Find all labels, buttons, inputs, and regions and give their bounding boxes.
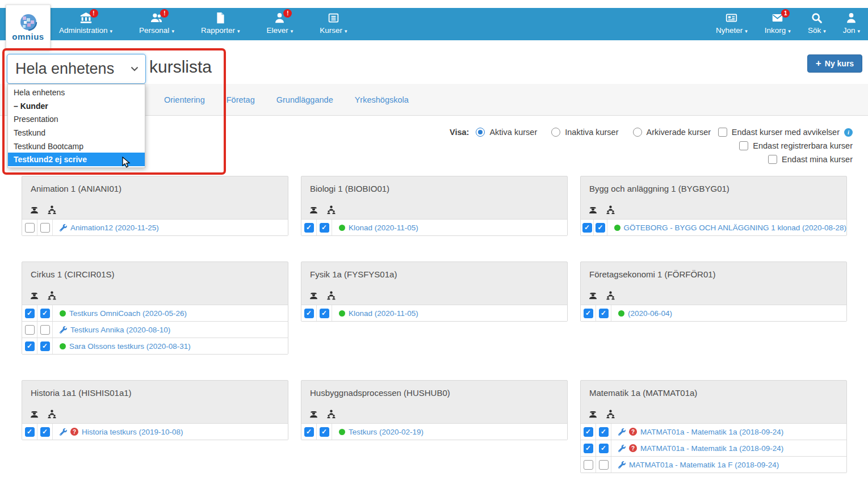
omnius-logo[interactable]: omnius (6, 5, 51, 50)
radio-label: Arkiverade kurser (647, 128, 711, 137)
coach-checkbox[interactable] (584, 309, 593, 318)
nav-item-jon[interactable]: Jon▾ (843, 12, 860, 35)
tab-yrkeshögskola[interactable]: Yrkeshögskola (355, 95, 409, 104)
students-checkbox[interactable] (596, 223, 605, 233)
chevron-down-icon (131, 66, 139, 71)
coach-checkbox[interactable] (25, 427, 35, 437)
students-checkbox[interactable] (40, 223, 50, 233)
course-row: Sara Olssons testkurs (2020-08-31) (22, 338, 288, 354)
radio-inaktiva-kurser[interactable]: Inaktiva kurser (551, 128, 618, 137)
tab-grundläggande[interactable]: Grundläggande (276, 95, 333, 104)
coach-checkbox[interactable] (582, 223, 592, 233)
nav-item-personal[interactable]: !Personal▾ (139, 12, 174, 35)
students-checkbox[interactable] (599, 444, 609, 453)
course-link[interactable]: Testkurs (2020-02-19) (349, 428, 423, 436)
course-link[interactable]: GÖTEBORG - BYGG OCH ANLÄGGNING 1 klonad … (624, 223, 846, 232)
checkbox[interactable] (718, 128, 727, 137)
students-checkbox[interactable] (599, 427, 609, 437)
students-icon (47, 409, 57, 419)
radio-label: Inaktiva kurser (565, 128, 618, 137)
course-link[interactable]: Testkurs OmniCoach (2020-05-26) (69, 309, 187, 318)
radio-arkiverade-kurser[interactable]: Arkiverade kurser (633, 128, 711, 137)
question-warning-icon: ? (629, 428, 637, 436)
mail-icon: 1 (771, 12, 783, 24)
students-checkbox[interactable] (320, 309, 329, 318)
course-link[interactable]: (2020-06-04) (628, 309, 672, 318)
radio-button[interactable] (551, 128, 560, 137)
checkbox-cell (37, 322, 53, 338)
info-icon[interactable]: i (844, 128, 853, 137)
coach-checkbox[interactable] (25, 309, 35, 318)
nav-item-inkorg[interactable]: 1Inkorg▾ (765, 12, 791, 35)
course-row: Animation12 (2020-11-25) (22, 219, 288, 235)
dropdown-option[interactable]: Testkund2 ej scrive (8, 153, 145, 166)
tab-orientering[interactable]: Orientering (164, 95, 205, 104)
nav-item-rapporter[interactable]: Rapporter▾ (201, 12, 240, 35)
course-link[interactable]: Testkurs Annika (2020-08-10) (70, 326, 170, 334)
filter-checkbox-endast-kurser-med-avvikelser[interactable]: Endast kurser med avvikelseri (718, 128, 853, 137)
nav-item-nyheter[interactable]: Nyheter▾ (716, 12, 748, 35)
course-link[interactable]: MATMAT01a - Matematik 1a (2018-09-24) (640, 428, 783, 436)
coach-checkbox[interactable] (304, 223, 314, 233)
coach-checkbox[interactable] (25, 223, 35, 233)
students-checkbox[interactable] (599, 309, 609, 318)
course-link[interactable]: MATMAT01a - Matematik 1a F (2018-09-24) (629, 461, 779, 469)
nav-item-kurser[interactable]: Kurser▾ (320, 12, 347, 35)
checkbox-cell (22, 220, 37, 235)
radio-button[interactable] (633, 128, 642, 137)
course-row-content: MATMAT01a - Matematik 1a F (2018-09-24) (611, 457, 779, 473)
radio-aktiva-kurser[interactable]: Aktiva kurser (476, 128, 537, 137)
course-card: Historia 1a1 (HISHIS01a1)?Historia testk… (22, 380, 288, 440)
coach-checkbox[interactable] (584, 427, 593, 437)
dropdown-option[interactable]: – Kunder (8, 99, 145, 113)
course-link[interactable]: Sara Olssons testkurs (2020-08-31) (69, 342, 191, 351)
tab-företag[interactable]: Företag (227, 95, 255, 104)
checkbox-cell (22, 305, 37, 321)
coach-checkbox[interactable] (25, 341, 35, 351)
extra-filters: Endast kurser med avvikelseriEndast regi… (718, 128, 853, 164)
dropdown-option[interactable]: Testkund (8, 126, 145, 140)
students-checkbox[interactable] (320, 223, 329, 233)
nav-item-sök[interactable]: Sök▾ (808, 12, 826, 35)
nav-item-administration[interactable]: !Administration▾ (59, 12, 112, 35)
caret-down-icon: ▾ (788, 28, 791, 34)
radio-button[interactable] (476, 128, 485, 137)
course-card-title: Cirkus 1 (CIRCIR01S) (22, 262, 288, 279)
checkbox-cell (594, 220, 607, 235)
checkbox[interactable] (739, 141, 748, 150)
students-checkbox[interactable] (40, 309, 50, 318)
coach-checkbox[interactable] (304, 309, 314, 318)
course-card-title: Husbyggnadsprocessen (HUSHUB0) (301, 381, 567, 398)
active-status-icon (339, 429, 345, 435)
course-link[interactable]: Klonad (2020-11-05) (349, 309, 418, 318)
students-icon (606, 205, 615, 214)
coach-checkbox[interactable] (584, 444, 593, 453)
coach-checkbox[interactable] (304, 427, 314, 437)
course-link[interactable]: Historia testkurs (2019-10-08) (82, 428, 183, 436)
globe-logo-icon (18, 13, 39, 32)
filter-checkbox-endast-mina-kurser[interactable]: Endast mina kurser (768, 155, 853, 164)
checkbox[interactable] (768, 155, 777, 164)
coach-checkbox[interactable] (25, 325, 35, 335)
dropdown-option[interactable]: Hela enhetens (8, 86, 145, 99)
course-card: Biologi 1 (BIOBIO01)Klonad (2020-11-05) (301, 176, 568, 236)
students-checkbox[interactable] (40, 325, 50, 335)
students-checkbox[interactable] (320, 427, 329, 437)
students-checkbox[interactable] (40, 427, 50, 437)
nav-item-elever[interactable]: !Elever▾ (266, 12, 293, 35)
unit-select[interactable]: Hela enhetens (7, 54, 146, 84)
course-card: Cirkus 1 (CIRCIR01S)Testkurs OmniCoach (… (22, 262, 288, 355)
coach-checkbox[interactable] (584, 460, 593, 470)
course-card-title: Animation 1 (ANIANI01) (22, 176, 288, 193)
filter-checkbox-endast-registrerbara-kurser[interactable]: Endast registrerbara kurser (739, 141, 853, 150)
course-link[interactable]: MATMAT01a - Matematik 1a (2018-09-24) (640, 444, 783, 453)
checkbox-label: Endast registrerbara kurser (753, 141, 853, 150)
students-checkbox[interactable] (40, 341, 50, 351)
course-link[interactable]: Animation12 (2020-11-25) (70, 223, 159, 232)
dropdown-option[interactable]: Testkund Bootcamp (8, 140, 145, 153)
wrench-icon (60, 224, 67, 231)
students-checkbox[interactable] (599, 460, 609, 470)
course-link[interactable]: Klonad (2020-11-05) (349, 223, 418, 232)
dropdown-option[interactable]: Presentation (8, 112, 145, 126)
new-course-button[interactable]: + Ny kurs (807, 54, 862, 73)
